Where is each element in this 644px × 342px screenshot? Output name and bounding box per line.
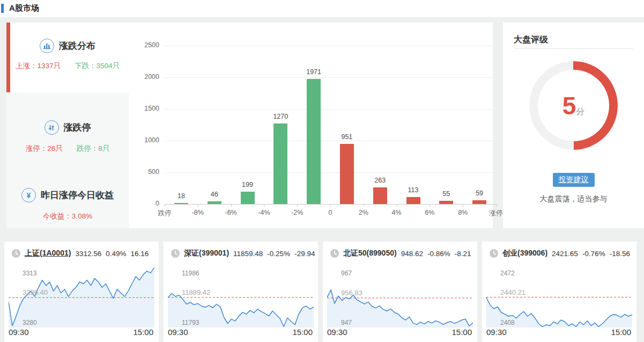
- yesterday-title: 昨日涨停今日收益: [41, 189, 114, 201]
- y-gridline: [165, 109, 496, 110]
- index-pct: -0.86%: [427, 250, 450, 258]
- bar-value-label: 113: [397, 186, 430, 194]
- bar-value-label: 199: [232, 181, 264, 188]
- x-axis-label: 2%: [350, 209, 377, 216]
- close-time: 15:00: [133, 328, 153, 337]
- clock-icon: [490, 249, 498, 258]
- yesterday-values: 今收益：3.08%: [6, 212, 129, 221]
- chart-min-label: 11793: [182, 319, 199, 326]
- index-price: 11859.48: [233, 250, 263, 258]
- distribution-section: 涨跌分布 上涨：1337只 下跌：3504只: [6, 23, 129, 92]
- y-axis-label: 2500: [136, 41, 159, 49]
- rating-divider: [514, 48, 633, 49]
- card-header: 上证(1A0001) 3312.56 0.49% 16.16: [12, 249, 156, 258]
- clock-icon: [171, 249, 180, 258]
- investment-advice-button[interactable]: 投资建议: [553, 173, 595, 187]
- index-title-link[interactable]: 创业(399006): [502, 249, 547, 258]
- index-title-link[interactable]: 上证(1A0001): [25, 249, 71, 258]
- distribution-bar: [241, 192, 255, 205]
- chart-min-label: 2408: [500, 319, 515, 326]
- distribution-bar: [208, 201, 221, 204]
- limits-section: 涨跌停 涨停：26只 跌停：8只 ¥ 昨日涨停今日收益 今收益：3.08%: [6, 92, 129, 228]
- x-axis-tick: [198, 204, 198, 207]
- open-time: 09:30: [327, 328, 347, 337]
- distribution-values: 上涨：1337只 下跌：3504只: [6, 61, 129, 71]
- chart-max-label: 3313: [23, 270, 37, 277]
- distribution-bar: [340, 144, 354, 204]
- index-card-bse50: 北证50(899050) 948.62 -0.86% -8.21 967 956…: [323, 242, 477, 342]
- y-gridline: [165, 77, 496, 78]
- x-axis-tick: [496, 204, 497, 207]
- x-axis-tick: [463, 204, 463, 207]
- distribution-bar: [406, 197, 420, 204]
- index-pct: -0.76%: [582, 250, 605, 258]
- x-axis-tick: [264, 204, 264, 207]
- index-card-szse: 深证(399001) 11859.48 -0.25% -29.94 11986 …: [164, 242, 318, 342]
- x-axis-label: 8%: [449, 209, 477, 216]
- index-title-link[interactable]: 深证(399001): [184, 249, 229, 258]
- bar-value-label: 951: [331, 133, 363, 141]
- x-axis-label: 6%: [416, 209, 443, 216]
- close-time: 15:00: [611, 328, 631, 337]
- index-pct: 0.49%: [106, 250, 126, 258]
- distribution-chart-panel: 0500100015002000250018461991270197195126…: [129, 23, 493, 228]
- intraday-chart: 3313 3296.40 3280: [9, 267, 154, 328]
- index-change: 16.16: [130, 250, 149, 258]
- market-overview-panel: 涨跌分布 上涨：1337只 下跌：3504只 涨跌停 涨停：26只 跌停：8只 …: [6, 23, 493, 228]
- card-header: 创业(399006) 2421.65 -0.76% -18.56: [490, 249, 633, 258]
- time-axis: 09:30 15:00: [168, 328, 313, 337]
- time-axis: 09:30 15:00: [327, 328, 472, 337]
- y-gridline: [165, 172, 496, 173]
- score-number: 5: [562, 92, 576, 120]
- bar-value-label: 263: [364, 177, 396, 184]
- limits-title-row: 涨跌停: [6, 120, 129, 135]
- bar-value-label: 1971: [298, 68, 330, 76]
- distribution-title: 涨跌分布: [59, 40, 95, 52]
- x-axis-tick: [397, 204, 397, 207]
- today-return: 今收益：3.08%: [43, 212, 92, 221]
- x-axis-label: -8%: [184, 209, 212, 216]
- index-price: 3312.56: [75, 250, 101, 258]
- clock-icon: [12, 249, 20, 258]
- stats-sidebar: 涨跌分布 上涨：1337只 下跌：3504只 涨跌停 涨停：26只 跌停：8只 …: [6, 23, 129, 228]
- chart-max-label: 2472: [500, 270, 515, 277]
- section-red-edge: [6, 23, 10, 92]
- close-time: 15:00: [451, 328, 472, 337]
- x-axis-label: 4%: [383, 209, 411, 216]
- x-axis-tick: [364, 204, 364, 207]
- y-axis-label: 0: [136, 200, 159, 207]
- y-gridline: [165, 141, 496, 141]
- up-down-arrows-icon: [45, 120, 59, 135]
- intraday-chart: 967 956.83 947: [327, 267, 473, 328]
- x-axis-label: -6%: [217, 209, 245, 216]
- y-axis-label: 1000: [136, 136, 159, 144]
- index-title-link[interactable]: 北证50(899050): [343, 249, 397, 258]
- y-axis-label: 500: [136, 168, 159, 176]
- intraday-chart: 11986 11889.42 11793: [168, 267, 314, 328]
- index-change: -8.21: [455, 250, 471, 258]
- open-time: 09:30: [9, 328, 29, 337]
- x-axis-tick: [165, 204, 165, 207]
- x-axis-label: -4%: [250, 209, 278, 216]
- distribution-bar: [373, 187, 387, 204]
- x-axis-label: -2%: [283, 209, 311, 216]
- prev-close-label: 3296.40: [23, 288, 48, 296]
- open-time: 09:30: [486, 328, 507, 337]
- chart-min-label: 3280: [23, 319, 37, 326]
- yesterday-title-row: ¥ 昨日涨停今日收益: [6, 188, 129, 202]
- yuan-icon: ¥: [21, 188, 36, 202]
- limits-title: 涨跌停: [64, 121, 91, 134]
- bar-value-label: 46: [198, 191, 231, 198]
- bar-value-label: 1270: [264, 113, 297, 120]
- limit-down-count: 跌停：8只: [77, 144, 110, 154]
- open-time: 09:30: [168, 328, 188, 337]
- intraday-chart: 2472 2440.21 2408: [486, 267, 632, 328]
- x-axis-tick: [330, 204, 331, 207]
- time-axis: 09:30 15:00: [9, 328, 153, 337]
- x-axis-tick: [430, 204, 430, 207]
- chart-min-label: 947: [341, 319, 352, 326]
- card-header: 深证(399001) 11859.48 -0.25% -29.94: [171, 249, 315, 258]
- x-axis-label: 0: [316, 209, 344, 216]
- distribution-bar: [307, 79, 321, 204]
- x-axis-label: 跌停: [151, 209, 179, 218]
